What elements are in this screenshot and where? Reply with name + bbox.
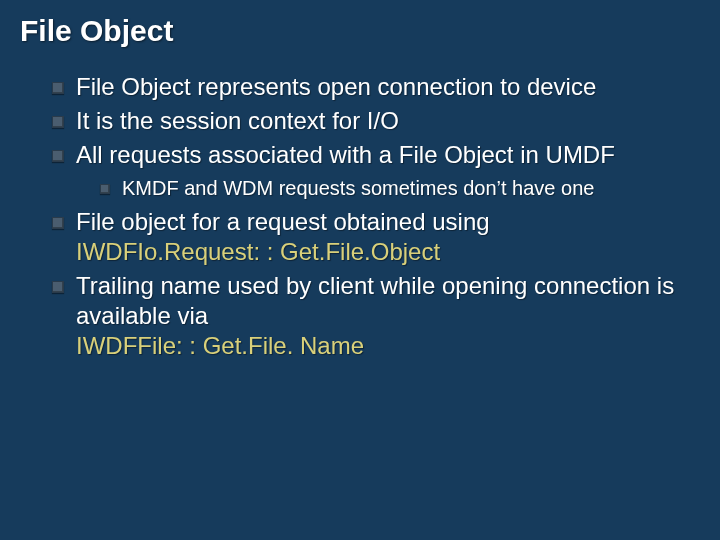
bullet-list: File Object represents open connection t…: [20, 72, 700, 361]
bullet-item: File Object represents open connection t…: [52, 72, 700, 102]
bullet-item: Trailing name used by client while openi…: [52, 271, 700, 361]
bullet-text: Trailing name used by client while openi…: [76, 272, 674, 329]
sub-bullet-list: KMDF and WDM requests sometimes don’t ha…: [76, 176, 700, 201]
bullet-text: All requests associated with a File Obje…: [76, 141, 615, 168]
bullet-item: All requests associated with a File Obje…: [52, 140, 700, 201]
code-reference: IWDFIo.Request: : Get.File.Object: [76, 237, 700, 267]
code-reference: IWDFFile: : Get.File. Name: [76, 331, 700, 361]
bullet-item: It is the session context for I/O: [52, 106, 700, 136]
sub-bullet-item: KMDF and WDM requests sometimes don’t ha…: [100, 176, 700, 201]
slide-title: File Object: [20, 14, 700, 48]
bullet-text: File object for a request obtained using: [76, 208, 490, 235]
slide: File Object File Object represents open …: [0, 0, 720, 540]
bullet-item: File object for a request obtained using…: [52, 207, 700, 267]
